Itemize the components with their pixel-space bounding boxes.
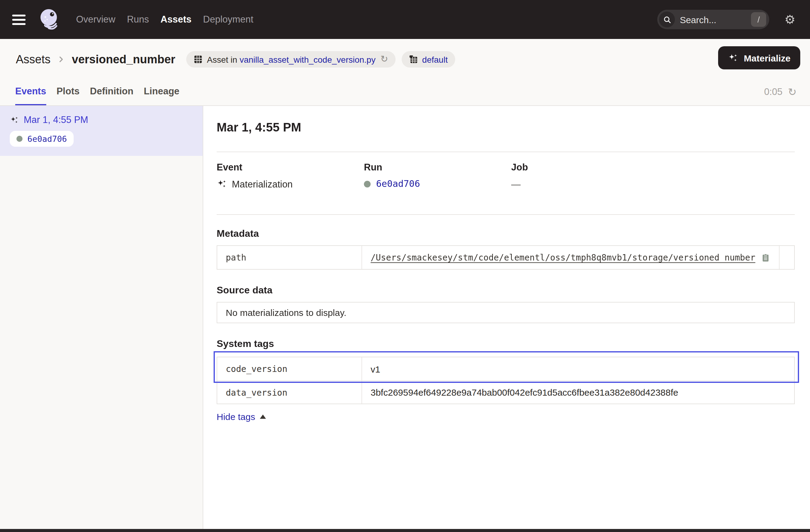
- run-status-dot: [364, 181, 371, 188]
- table-row: path /Users/smackesey/stm/code/elementl/…: [217, 246, 794, 269]
- sparkles-icon: [10, 115, 19, 125]
- metadata-action-cell: [779, 246, 794, 269]
- bottom-edge-bar: [0, 529, 810, 532]
- search-shortcut-key: /: [751, 12, 766, 27]
- divider: [217, 151, 795, 152]
- run-status-dot: [16, 136, 22, 142]
- tab-plots[interactable]: Plots: [56, 86, 80, 105]
- source-data-heading: Source data: [217, 284, 795, 296]
- tag-key: code_version: [217, 357, 362, 381]
- magnifier-icon: [659, 12, 675, 27]
- code-location-icon: [409, 55, 418, 64]
- clipboard-icon[interactable]: [761, 253, 770, 262]
- metadata-heading: Metadata: [217, 228, 795, 239]
- nav-item-runs[interactable]: Runs: [127, 14, 149, 25]
- search-input[interactable]: [680, 14, 751, 25]
- tab-definition[interactable]: Definition: [90, 86, 133, 105]
- table-grid-icon: [194, 55, 202, 64]
- event-column-label: Event: [217, 161, 364, 173]
- sparkles-icon: [217, 179, 227, 189]
- event-detail-panel: Mar 1, 4:55 PM Event Run Job Materializa…: [203, 106, 810, 532]
- source-data-empty-state: No materializations to display.: [217, 302, 795, 323]
- event-summary: Event Run Job Materialization 6e: [217, 161, 795, 190]
- event-type-value: Materialization: [232, 178, 293, 190]
- gear-icon[interactable]: ⚙: [784, 13, 795, 26]
- job-empty-value: —: [511, 178, 795, 190]
- metadata-path-link[interactable]: /Users/smackesey/stm/code/elementl/oss/t…: [371, 253, 755, 262]
- nav-item-overview[interactable]: Overview: [76, 14, 115, 25]
- tag-value: 3bfc269594ef649228e9a74bab00f042efc91d5a…: [362, 381, 794, 404]
- event-timestamp-link[interactable]: Mar 1, 4:55 PM: [24, 114, 88, 125]
- asset-tabs: Events Plots Definition Lineage: [15, 86, 179, 105]
- divider: [217, 214, 795, 215]
- tag-value: v1: [362, 357, 794, 381]
- code-location-tag[interactable]: default: [401, 51, 455, 68]
- tag-key: data_version: [217, 381, 362, 404]
- code-location-link[interactable]: default: [422, 54, 448, 64]
- top-nav: Overview Runs Assets Deployment / ⚙: [0, 0, 810, 39]
- system-tags-table: code_version v1 data_version 3bfc269594e…: [217, 357, 795, 404]
- global-search[interactable]: /: [657, 10, 769, 29]
- job-column-label: Job: [511, 161, 795, 173]
- chevron-right-icon: [56, 55, 66, 64]
- asset-file-link[interactable]: vanilla_asset_with_code_version.py: [240, 54, 375, 64]
- reload-definition-icon[interactable]: ↻: [380, 55, 388, 64]
- event-detail-title: Mar 1, 4:55 PM: [217, 120, 795, 134]
- table-row-code-version: code_version v1: [217, 357, 794, 381]
- breadcrumb: Assets versioned_number: [0, 39, 810, 68]
- events-sidebar: Mar 1, 4:55 PM 6e0ad706: [0, 106, 203, 532]
- app-window: Overview Runs Assets Deployment / ⚙ Asse…: [0, 0, 810, 532]
- refresh-countdown: 0:05: [764, 86, 782, 97]
- metadata-key: path: [217, 246, 362, 269]
- dagster-octopus-logo[interactable]: [36, 7, 62, 32]
- table-row-data-version: data_version 3bfc269594ef649228e9a74bab0…: [217, 381, 794, 404]
- asset-tag-prefix: Asset in: [207, 54, 237, 64]
- system-tags-heading: System tags: [217, 338, 795, 350]
- empty-message: No materializations to display.: [226, 307, 346, 318]
- tab-events[interactable]: Events: [15, 86, 46, 105]
- auto-refresh-status: 0:05 ↻: [764, 86, 797, 97]
- run-badge[interactable]: 6e0ad706: [10, 131, 74, 147]
- asset-definition-tag[interactable]: Asset in vanilla_asset_with_code_version…: [186, 51, 395, 68]
- caret-up-icon: [260, 415, 266, 419]
- content-area: Mar 1, 4:55 PM 6e0ad706 Mar 1, 4:55 PM E…: [0, 106, 810, 532]
- nav-item-assets[interactable]: Assets: [161, 14, 192, 25]
- page-header: Assets versioned_number: [0, 39, 810, 106]
- materialize-button[interactable]: Materialize: [718, 46, 800, 69]
- page-title: versioned_number: [72, 53, 175, 66]
- event-list-item-selected[interactable]: Mar 1, 4:55 PM 6e0ad706: [0, 106, 202, 156]
- system-tags-table-wrap: code_version v1 data_version 3bfc269594e…: [217, 357, 795, 404]
- breadcrumb-assets-link[interactable]: Assets: [16, 53, 50, 66]
- hide-tags-link: Hide tags: [217, 412, 255, 422]
- run-id-link[interactable]: 6e0ad706: [376, 178, 420, 190]
- sparkles-icon: [728, 53, 739, 63]
- hamburger-icon[interactable]: [12, 14, 26, 25]
- primary-nav: Overview Runs Assets Deployment: [76, 14, 254, 25]
- nav-item-deployment[interactable]: Deployment: [203, 14, 253, 25]
- tab-lineage[interactable]: Lineage: [144, 86, 179, 105]
- refresh-icon[interactable]: ↻: [788, 87, 797, 97]
- run-column-label: Run: [364, 161, 511, 173]
- hide-tags-toggle[interactable]: Hide tags: [217, 412, 795, 422]
- metadata-table: path /Users/smackesey/stm/code/elementl/…: [217, 245, 795, 270]
- materialize-button-label: Materialize: [744, 53, 791, 63]
- run-id: 6e0ad706: [27, 134, 67, 144]
